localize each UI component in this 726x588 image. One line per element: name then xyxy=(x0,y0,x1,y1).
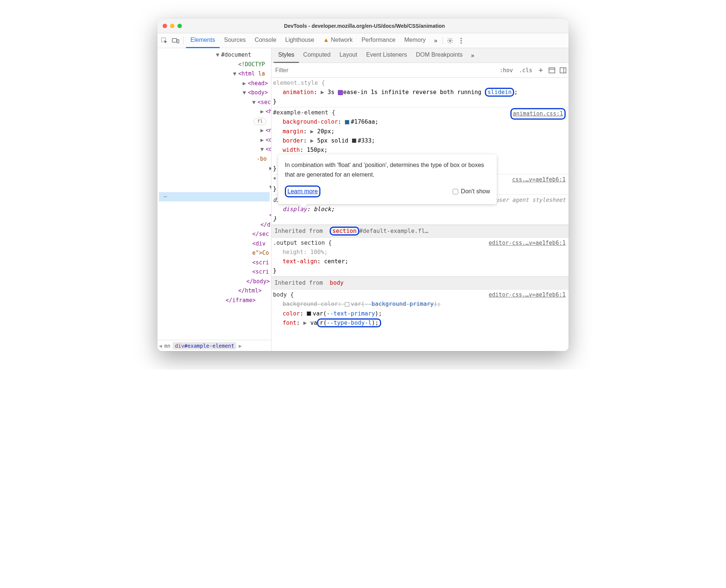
dom-div-close[interactable]: </d xyxy=(160,220,271,230)
style-rule-output-section[interactable]: editor-css.…v=ae1feb6:1 .output section … xyxy=(272,238,569,277)
subtab-styles[interactable]: Styles xyxy=(274,48,299,63)
dom-head[interactable]: <head> xyxy=(248,80,268,87)
dom-html[interactable]: <html xyxy=(238,70,255,77)
svg-rect-1 xyxy=(172,39,177,42)
maximize-window-button[interactable] xyxy=(177,24,182,28)
computed-toggle-icon[interactable] xyxy=(546,65,557,76)
color-swatch[interactable] xyxy=(352,138,356,143)
dom-node1[interactable]: <no xyxy=(266,127,271,134)
svg-rect-7 xyxy=(549,68,555,73)
source-link[interactable]: editor-css.…v=ae1feb6:1 xyxy=(489,238,566,247)
tab-memory[interactable]: Memory xyxy=(400,33,430,48)
titlebar: DevTools - developer.mozilla.org/en-US/d… xyxy=(157,19,569,33)
more-tabs-icon[interactable]: » xyxy=(430,35,441,46)
svg-rect-2 xyxy=(177,40,179,43)
inherited-from-body: Inherited from body xyxy=(272,277,569,290)
inherited-tag[interactable]: body xyxy=(330,280,343,286)
tab-network-label: Network xyxy=(331,37,353,43)
dom-doctype[interactable]: <!DOCTYP xyxy=(160,60,271,70)
style-rule-body[interactable]: editor-css.…v=ae1feb6:1 body { backgroun… xyxy=(272,290,569,328)
dom-iframe-close[interactable]: </iframe> xyxy=(160,296,271,305)
filter-input[interactable] xyxy=(272,67,497,74)
main-tabs: Elements Sources Console Lighthouse ▲Net… xyxy=(157,33,569,48)
easing-icon[interactable] xyxy=(338,90,343,95)
minimize-window-button[interactable] xyxy=(170,24,174,28)
subtab-computed[interactable]: Computed xyxy=(299,48,335,63)
breadcrumb-prev-icon[interactable]: ◀ xyxy=(159,343,162,349)
svg-point-5 xyxy=(461,40,462,41)
tab-network[interactable]: ▲Network xyxy=(319,33,357,48)
kebab-menu-icon[interactable] xyxy=(456,35,467,46)
learn-more-link[interactable]: Learn more xyxy=(285,186,320,197)
dom-selected-row[interactable]: ⋯ xyxy=(159,192,270,202)
inherited-tag[interactable]: section xyxy=(330,227,359,235)
svg-point-4 xyxy=(461,38,462,39)
more-subtabs-icon[interactable]: » xyxy=(467,50,478,61)
tab-console[interactable]: Console xyxy=(250,33,281,48)
gear-icon[interactable] xyxy=(444,35,456,46)
help-tooltip: In combination with 'float' and 'positio… xyxy=(278,154,497,204)
style-rule-element[interactable]: element.style { animation: ▶ 3s ease-in … xyxy=(272,78,569,107)
ua-stylesheet-label: user agent stylesheet xyxy=(495,196,566,204)
dom-root[interactable]: #document xyxy=(221,51,251,58)
source-link[interactable]: animation.css:1 xyxy=(510,108,566,119)
dont-show-checkbox[interactable]: Don't show xyxy=(453,187,490,196)
dom-body-close[interactable]: </body> xyxy=(160,277,271,287)
tooltip-body: In combination with 'float' and 'positio… xyxy=(285,160,490,180)
svg-point-6 xyxy=(461,42,462,43)
breadcrumb-item-selected[interactable]: div#example-element xyxy=(173,342,236,350)
subtab-event-listeners[interactable]: Event Listeners xyxy=(362,48,411,63)
close-window-button[interactable] xyxy=(163,24,167,28)
dom-script1[interactable]: <scri xyxy=(160,258,271,268)
breadcrumb-item[interactable]: mn xyxy=(164,343,170,349)
new-rule-icon[interactable]: + xyxy=(535,65,546,76)
traffic-lights xyxy=(163,24,182,28)
svg-rect-9 xyxy=(560,68,566,73)
dom-script2[interactable]: <scri xyxy=(160,267,271,277)
cls-toggle[interactable]: .cls xyxy=(516,63,535,78)
css-var-link[interactable]: --type-body-l xyxy=(327,320,372,326)
source-link[interactable]: editor-css.…v=ae1feb6:1 xyxy=(489,290,566,299)
source-link[interactable]: css.…v=ae1feb6:1 xyxy=(512,175,566,184)
breadcrumb-next-icon[interactable]: ▶ xyxy=(239,343,242,349)
dom-div1[interactable]: <di xyxy=(266,137,271,143)
animation-name-link[interactable]: slidein xyxy=(485,88,514,97)
toggle-panel-icon[interactable] xyxy=(557,65,569,76)
color-swatch[interactable] xyxy=(345,302,349,307)
hov-toggle[interactable]: :hov xyxy=(497,63,516,78)
subtab-dom-breakpoints[interactable]: DOM Breakpoints xyxy=(412,48,467,63)
dom-section[interactable]: <sect xyxy=(257,99,271,106)
dom-tree[interactable]: ▼#document <!DOCTYP ▼<html la ▶<head> ▼<… xyxy=(157,48,271,340)
inherited-from-section: Inherited from section#default-example.f… xyxy=(272,225,569,238)
dom-div3[interactable]: <div xyxy=(252,240,266,247)
color-swatch[interactable] xyxy=(307,311,311,316)
tab-elements[interactable]: Elements xyxy=(186,33,220,48)
tab-performance[interactable]: Performance xyxy=(357,33,400,48)
dom-panel: ▼#document <!DOCTYP ▼<html la ▶<head> ▼<… xyxy=(157,48,272,351)
color-swatch[interactable] xyxy=(345,120,349,124)
tab-lighthouse[interactable]: Lighthouse xyxy=(281,33,319,48)
inspect-element-icon[interactable] xyxy=(159,35,170,46)
window-title: DevTools - developer.mozilla.org/en-US/d… xyxy=(182,23,547,29)
styles-panel: Styles Computed Layout Event Listeners D… xyxy=(272,48,569,351)
dom-html-close[interactable]: </html> xyxy=(160,286,271,296)
dom-flex-badge[interactable]: fl xyxy=(254,118,266,125)
tab-sources[interactable]: Sources xyxy=(220,33,250,48)
warning-icon: ▲ xyxy=(323,37,329,43)
subtab-layout[interactable]: Layout xyxy=(335,48,362,63)
dom-div2[interactable]: <di xyxy=(266,146,271,153)
dom-header[interactable]: <he xyxy=(266,108,271,115)
svg-point-3 xyxy=(449,40,451,41)
breadcrumb: ◀ mn div#example-element ▶ xyxy=(157,340,271,351)
device-toggle-icon[interactable] xyxy=(170,35,181,46)
dom-body[interactable]: <body> xyxy=(248,89,268,96)
dom-section-close[interactable]: </sec xyxy=(160,230,271,239)
